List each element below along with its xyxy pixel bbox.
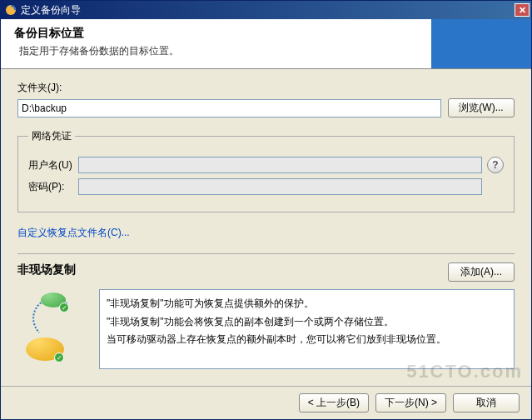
titlebar: 定义备份向导 ✕ <box>1 1 531 19</box>
username-row: 用户名(U) ? <box>28 157 504 173</box>
divider <box>17 253 515 254</box>
content-area: 文件夹(J): 浏览(W)... 网络凭证 用户名(U) ? 密码(P): 自定… <box>1 69 531 374</box>
credentials-group: 网络凭证 用户名(U) ? 密码(P): <box>17 129 515 212</box>
add-button[interactable]: 添加(A)... <box>448 262 515 282</box>
header-decoration <box>431 19 531 69</box>
wizard-window: 定义备份向导 ✕ 备份目标位置 指定用于存储备份数据的目标位置。 文件夹(J):… <box>0 0 532 420</box>
browse-button[interactable]: 浏览(W)... <box>448 98 515 118</box>
info-line: "非现场复制"功能会将恢复点的副本创建到一个或两个存储位置。 <box>107 313 507 332</box>
password-label: 密码(P): <box>28 180 78 194</box>
help-icon[interactable]: ? <box>487 157 504 173</box>
offsite-header-row: 非现场复制 添加(A)... <box>17 262 515 284</box>
offsite-body: ✓ ✓ "非现场复制"功能可为恢复点提供额外的保护。 "非现场复制"功能会将恢复… <box>17 289 515 369</box>
username-input[interactable] <box>78 157 482 173</box>
username-label: 用户名(U) <box>28 158 78 172</box>
credentials-legend: 网络凭证 <box>28 129 75 143</box>
offsite-graphic: ✓ ✓ <box>17 289 92 364</box>
info-line: 当可移动驱动器上存在恢复点的额外副本时，您可以将它们放到非现场位置。 <box>107 331 507 349</box>
app-icon <box>4 3 17 17</box>
password-row: 密码(P): <box>28 178 504 195</box>
close-button[interactable]: ✕ <box>515 3 530 17</box>
wizard-header: 备份目标位置 指定用于存储备份数据的目标位置。 <box>1 19 531 69</box>
back-button[interactable]: < 上一步(B) <box>299 393 369 412</box>
offsite-title: 非现场复制 <box>17 262 76 278</box>
next-button[interactable]: 下一步(N) > <box>375 393 446 412</box>
window-title: 定义备份向导 <box>21 3 515 18</box>
folder-input-row: 浏览(W)... <box>17 98 515 118</box>
folder-input[interactable] <box>17 99 441 118</box>
offsite-info-box[interactable]: "非现场复制"功能可为恢复点提供额外的保护。 "非现场复制"功能会将恢复点的副本… <box>99 289 515 369</box>
wizard-footer: < 上一步(B) 下一步(N) > 取消 <box>1 386 531 419</box>
folder-label: 文件夹(J): <box>17 81 62 95</box>
info-line: "非现场复制"功能可为恢复点提供额外的保护。 <box>107 295 507 313</box>
customize-filename-link[interactable]: 自定义恢复点文件名(C)... <box>17 226 130 240</box>
cancel-button[interactable]: 取消 <box>453 393 520 412</box>
folder-label-row: 文件夹(J): <box>17 81 515 95</box>
password-input[interactable] <box>78 178 482 195</box>
